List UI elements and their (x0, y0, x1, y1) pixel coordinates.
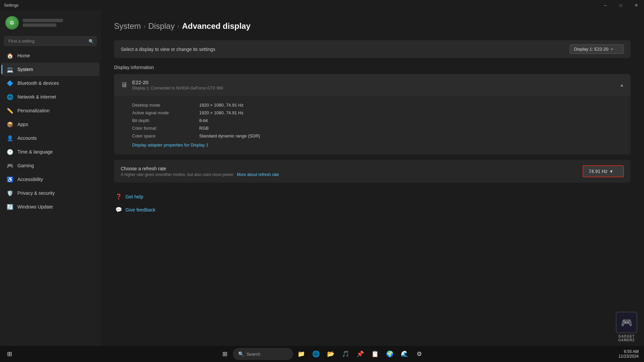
sidebar-item-privacy[interactable]: 🛡️ Privacy & security (1, 186, 99, 200)
taskbar-explorer-button[interactable]: 📂 (324, 347, 337, 361)
sidebar-item-bluetooth[interactable]: 🔷 Bluetooth & devices (1, 76, 99, 90)
info-label-color-format: Color format (132, 126, 199, 131)
taskbar-center: ⊞ 🔍 Search 📁 🌐 📂 🎵 📌 📋 🌍 🌊 ⚙ (218, 347, 426, 361)
taskbar-right: 6:55 AM 11/23/2024 (616, 349, 644, 359)
nav-icon-accessibility: ♿ (7, 176, 13, 183)
nav-label-time: Time & language (17, 149, 53, 155)
sidebar-search-container[interactable]: 🔍 (4, 36, 97, 46)
breadcrumb-sep1: › (144, 23, 146, 30)
avatar-image: G (5, 16, 19, 29)
nav-label-network: Network & internet (17, 94, 56, 100)
get-help-label: Get help (125, 194, 143, 199)
taskbar-time-value: 6:55 AM (619, 349, 639, 354)
breadcrumb-display[interactable]: Display (148, 21, 175, 31)
nav-icon-accounts: 👤 (7, 135, 13, 141)
breadcrumb-system[interactable]: System (114, 21, 141, 31)
taskbar-search-icon: 🔍 (238, 351, 244, 357)
breadcrumb-current: Advanced display (182, 21, 251, 31)
taskbar-spotify-button[interactable]: 🎵 (339, 347, 352, 361)
chevron-up-icon[interactable]: ▲ (620, 83, 624, 87)
taskbar-pin1-button[interactable]: 📌 (354, 347, 367, 361)
sidebar-item-gaming[interactable]: 🎮 Gaming (1, 159, 99, 172)
nav-icon-privacy: 🛡️ (7, 190, 13, 196)
taskbar-left: ⊞ (0, 347, 16, 361)
sidebar-item-accounts[interactable]: 👤 Accounts (1, 131, 99, 145)
maximize-button[interactable]: □ (613, 0, 629, 11)
search-icon: 🔍 (89, 39, 94, 44)
refresh-rate-dropdown[interactable]: 74.91 Hz ▾ (583, 165, 624, 177)
taskbar-clock[interactable]: 6:55 AM 11/23/2024 (616, 349, 641, 359)
main-content: System › Display › Advanced display Sele… (101, 11, 644, 346)
taskbar-date-value: 11/23/2024 (619, 354, 639, 359)
refresh-rate-desc: A higher rate gives smoother motion, but… (121, 172, 279, 177)
nav-icon-gaming: 🎮 (7, 162, 13, 169)
taskbar-pin4-button[interactable]: 🌊 (398, 347, 411, 361)
nav-label-home: Home (17, 53, 30, 58)
nav-label-bluetooth: Bluetooth & devices (17, 80, 59, 86)
display-selector-label: Select a display to view or change its s… (121, 47, 215, 52)
display-info-section-title: Display information (114, 65, 631, 70)
sidebar-item-apps[interactable]: 📦 Apps (1, 118, 99, 131)
sidebar-profile: G (0, 13, 101, 35)
user-info (23, 19, 63, 27)
search-input[interactable] (4, 36, 97, 46)
taskbar-chrome-button[interactable]: 🌐 (309, 347, 323, 361)
refresh-rate-link[interactable]: More about refresh rate (237, 172, 279, 177)
sidebar-item-network[interactable]: 🌐 Network & internet (1, 90, 99, 104)
display-dropdown[interactable]: Display 1: E22-20 ▾ (570, 44, 624, 54)
refresh-rate-card: Choose a refresh rate A higher rate give… (114, 160, 631, 183)
taskbar-search[interactable]: 🔍 Search (233, 348, 293, 360)
refresh-rate-title: Choose a refresh rate (121, 166, 279, 171)
app-body: G 🔍 🏠 Home 💻 System 🔷 Bluetooth & device… (0, 11, 644, 346)
sidebar-item-accessibility[interactable]: ♿ Accessibility (1, 173, 99, 186)
minimize-button[interactable]: ─ (598, 0, 613, 11)
sidebar-item-personalization[interactable]: ✏️ Personalization (1, 104, 99, 117)
nav-icon-network: 🌐 (7, 94, 13, 100)
sidebar-item-time[interactable]: 🕐 Time & language (1, 145, 99, 159)
adapter-properties-link[interactable]: Display adapter properties for Display 1 (132, 142, 209, 147)
help-section: ❓ Get help 💬 Give feedback (114, 191, 631, 216)
nav-label-apps: Apps (17, 122, 28, 127)
taskbar-widgets-button[interactable]: ⊞ (3, 347, 16, 361)
taskbar-pin2-button[interactable]: 📋 (368, 347, 382, 361)
title-bar-controls: ─ □ ✕ (598, 0, 644, 11)
chevron-down-icon: ▾ (611, 47, 613, 51)
monitor-name: E22-20 (132, 79, 223, 85)
nav-label-privacy: Privacy & security (17, 190, 55, 196)
info-row-signal-mode: Active signal mode 1920 × 1080, 74.91 Hz (132, 109, 624, 117)
sidebar-item-system[interactable]: 💻 System (1, 63, 99, 76)
info-value-color-format: RGB (199, 126, 209, 131)
refresh-rate-value: 74.91 Hz (589, 169, 607, 174)
refresh-rate-left: Choose a refresh rate A higher rate give… (121, 166, 279, 177)
close-button[interactable]: ✕ (629, 0, 644, 11)
sidebar: G 🔍 🏠 Home 💻 System 🔷 Bluetooth & device… (0, 11, 101, 346)
taskbar-files-button[interactable]: 📁 (294, 347, 308, 361)
sidebar-item-home[interactable]: 🏠 Home (1, 49, 99, 62)
get-help-item[interactable]: ❓ Get help (114, 191, 631, 202)
taskbar-pin3-button[interactable]: 🌍 (383, 347, 396, 361)
info-label-signal-mode: Active signal mode (132, 110, 199, 115)
info-value-signal-mode: 1920 × 1080, 74.91 Hz (199, 110, 244, 115)
display-info-header-left: 🖥 E22-20 Display 1: Connected to NVIDIA … (121, 79, 223, 90)
useremail-bar (23, 23, 56, 27)
taskbar-start-button[interactable]: ⊞ (218, 347, 231, 361)
monitor-sub: Display 1: Connected to NVIDIA GeForce G… (132, 86, 223, 90)
title-bar: Settings ─ □ ✕ (0, 0, 644, 11)
info-row-color-space: Color space Standard dynamic range (SDR) (132, 132, 624, 140)
nav-label-gaming: Gaming (17, 163, 34, 168)
info-row-desktop-mode: Desktop mode 1920 × 1080, 74.91 Hz (132, 101, 624, 109)
taskbar-settings-button[interactable]: ⚙ (413, 347, 426, 361)
watermark: 🎮 GADGETGAMERZ (616, 312, 637, 342)
help-icon: ❓ (115, 193, 122, 200)
give-feedback-label: Give feedback (125, 207, 156, 213)
give-feedback-item[interactable]: 💬 Give feedback (114, 204, 631, 216)
display-selector: Select a display to view or change its s… (114, 40, 631, 58)
refresh-rate-chevron-icon: ▾ (610, 169, 612, 174)
info-value-desktop-mode: 1920 × 1080, 74.91 Hz (199, 103, 244, 108)
taskbar: ⊞ ⊞ 🔍 Search 📁 🌐 📂 🎵 📌 📋 🌍 🌊 ⚙ 6:55 AM 1… (0, 346, 644, 362)
title-bar-title: Settings (4, 3, 18, 8)
username-bar (23, 19, 63, 22)
feedback-icon: 💬 (115, 206, 122, 213)
sidebar-item-update[interactable]: 🔄 Windows Update (1, 200, 99, 214)
nav-label-personalization: Personalization (17, 108, 50, 113)
